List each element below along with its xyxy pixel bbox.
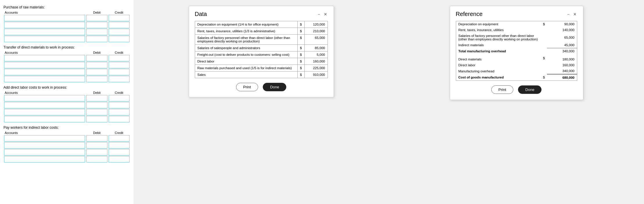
account-input[interactable]	[4, 62, 85, 68]
section-title-2: Transfer of direct materials to work in …	[3, 45, 130, 49]
account-input[interactable]	[4, 142, 85, 148]
data-currency-cell: $	[298, 21, 304, 28]
col-header-accounts-3: Accounts	[3, 91, 86, 95]
ref-value-cell: 160,000	[547, 62, 577, 68]
data-table-row: Sales $ 910,000	[195, 71, 328, 78]
account-input[interactable]	[4, 116, 85, 122]
ref-table-row: Manufacturing overhead 340,000	[456, 68, 577, 74]
data-modal-close-button[interactable]: ✕	[323, 12, 328, 17]
credit-input[interactable]	[109, 156, 129, 162]
section-title-1: Purchase of raw materials:	[3, 5, 130, 9]
debit-input[interactable]	[86, 62, 107, 68]
data-done-button[interactable]: Done	[263, 83, 286, 91]
reference-modal-close-button[interactable]: ✕	[573, 12, 577, 17]
debit-input[interactable]	[86, 69, 107, 75]
account-input[interactable]	[4, 156, 85, 162]
credit-input[interactable]	[109, 135, 129, 142]
table-row	[3, 156, 130, 163]
debit-input[interactable]	[86, 15, 107, 21]
reference-done-button[interactable]: Done	[518, 85, 542, 94]
table-row	[3, 149, 130, 156]
journal-table-3: Accounts Debit Credit	[3, 91, 130, 123]
table-row	[3, 15, 130, 22]
debit-input[interactable]	[86, 109, 107, 115]
credit-input[interactable]	[109, 95, 129, 101]
data-currency-cell: $	[298, 65, 304, 71]
credit-input[interactable]	[109, 55, 129, 61]
debit-input[interactable]	[86, 142, 107, 148]
reference-modal-minimize-button[interactable]: −	[566, 12, 570, 17]
account-input[interactable]	[4, 109, 85, 115]
col-header-debit-1: Debit	[86, 10, 108, 15]
credit-input[interactable]	[109, 15, 129, 21]
credit-input[interactable]	[109, 22, 129, 28]
reference-modal-title: Reference	[456, 11, 483, 17]
debit-input[interactable]	[86, 22, 107, 28]
debit-input[interactable]	[86, 149, 107, 155]
data-modal-footer: Print Done	[195, 83, 328, 91]
credit-input[interactable]	[109, 116, 129, 122]
credit-input[interactable]	[109, 109, 129, 115]
credit-input[interactable]	[109, 36, 129, 42]
debit-input[interactable]	[86, 36, 107, 42]
credit-input[interactable]	[109, 76, 129, 82]
credit-input[interactable]	[109, 102, 129, 108]
ref-currency-cell: $	[541, 21, 547, 27]
account-input[interactable]	[4, 22, 85, 28]
credit-input[interactable]	[109, 142, 129, 148]
account-input[interactable]	[4, 69, 85, 75]
account-input[interactable]	[4, 15, 85, 21]
ref-currency-cell	[541, 27, 547, 33]
ref-currency-cell	[541, 62, 547, 68]
data-value-cell: 5,000	[304, 51, 328, 58]
data-modal-controls: − ✕	[317, 12, 328, 17]
data-modal-titlebar: Data − ✕	[195, 11, 328, 17]
credit-input[interactable]	[109, 62, 129, 68]
table-row	[3, 116, 130, 123]
ref-label-cell: Direct materials	[456, 54, 541, 62]
data-table-row: Freight-out (cost to deliver products to…	[195, 51, 328, 58]
debit-input[interactable]	[86, 29, 107, 35]
account-input[interactable]	[4, 135, 85, 142]
data-modal: Data − ✕ Depreciation on equipment (1/4 …	[189, 6, 334, 97]
account-input[interactable]	[4, 76, 85, 82]
left-panel: Purchase of raw materials: Accounts Debi…	[0, 0, 134, 204]
credit-input[interactable]	[109, 149, 129, 155]
account-input[interactable]	[4, 55, 85, 61]
debit-input[interactable]	[86, 116, 107, 122]
data-currency-cell: $	[298, 51, 304, 58]
debit-input[interactable]	[86, 156, 107, 162]
ref-label-cell: Salaries of factory personnel other than…	[456, 33, 541, 42]
ref-label-cell: Rent, taxes, insurance, utilities	[456, 27, 541, 33]
table-row	[3, 35, 130, 42]
credit-input[interactable]	[109, 29, 129, 35]
debit-input[interactable]	[86, 55, 107, 61]
table-row	[3, 102, 130, 109]
account-input[interactable]	[4, 95, 85, 101]
col-header-credit-2: Credit	[108, 51, 130, 55]
account-input[interactable]	[4, 36, 85, 42]
data-value-cell: 210,000	[304, 28, 328, 35]
account-input[interactable]	[4, 149, 85, 155]
table-row	[3, 95, 130, 102]
ref-currency-cell	[541, 42, 547, 48]
ref-value-cell: 65,000	[547, 33, 577, 42]
table-row	[3, 28, 130, 35]
credit-input[interactable]	[109, 69, 129, 75]
debit-input[interactable]	[86, 135, 107, 142]
debit-input[interactable]	[86, 76, 107, 82]
data-modal-minimize-button[interactable]: −	[317, 12, 321, 17]
data-print-button[interactable]: Print	[236, 83, 258, 91]
data-description-cell: Depreciation on equipment (1/4 is for of…	[195, 21, 298, 28]
table-row	[3, 135, 130, 142]
ref-table-row: Cost of goods manufactured $ 680,000	[456, 74, 577, 81]
account-input[interactable]	[4, 29, 85, 35]
data-description-cell: Freight-out (cost to deliver products to…	[195, 51, 298, 58]
debit-input[interactable]	[86, 95, 107, 101]
data-currency-cell: $	[298, 71, 304, 78]
debit-input[interactable]	[86, 102, 107, 108]
section-title-3: Add direct labor costs to work in proces…	[3, 85, 130, 90]
account-input[interactable]	[4, 102, 85, 108]
ref-label-cell: Cost of goods manufactured	[456, 74, 541, 81]
reference-print-button[interactable]: Print	[491, 85, 514, 94]
